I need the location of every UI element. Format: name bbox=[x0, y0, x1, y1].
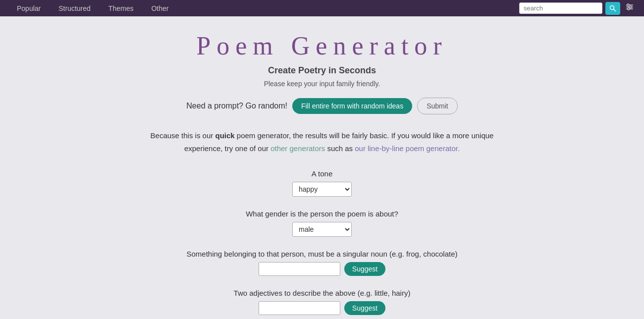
noun-input-row: Suggest bbox=[144, 262, 500, 276]
submit-button[interactable]: Submit bbox=[417, 98, 458, 114]
nav-popular[interactable]: Popular bbox=[8, 0, 50, 16]
other-generators-link[interactable]: other generators bbox=[270, 144, 325, 153]
nav-structured[interactable]: Structured bbox=[50, 0, 100, 16]
search-button[interactable] bbox=[605, 2, 620, 15]
nav-right bbox=[519, 2, 636, 15]
nav-themes[interactable]: Themes bbox=[100, 0, 143, 16]
random-button[interactable]: Fill entire form with random ideas bbox=[292, 98, 412, 114]
svg-point-6 bbox=[630, 6, 632, 8]
search-input[interactable] bbox=[519, 2, 602, 14]
gender-section: What gender is the person the poem is ab… bbox=[144, 210, 500, 237]
gender-label: What gender is the person the poem is ab… bbox=[144, 210, 500, 218]
nav-links: Popular Structured Themes Other bbox=[8, 0, 519, 16]
desc-link-sep: such as bbox=[325, 144, 355, 153]
noun-suggest-button[interactable]: Suggest bbox=[344, 262, 385, 276]
tone-section: A tone happy sad romantic funny dark mys… bbox=[144, 169, 500, 197]
page-subtitle: Create Poetry in Seconds bbox=[144, 65, 500, 76]
svg-point-7 bbox=[628, 8, 630, 10]
adjective1-suggest-button[interactable]: Suggest bbox=[344, 301, 385, 315]
svg-point-5 bbox=[627, 4, 629, 6]
adjective1-row: Suggest bbox=[144, 301, 500, 315]
tone-label: A tone bbox=[144, 169, 500, 178]
navbar: Popular Structured Themes Other bbox=[0, 0, 644, 16]
desc-bold: quick bbox=[215, 131, 234, 140]
prompt-row: Need a prompt? Go random! Fill entire fo… bbox=[144, 98, 500, 114]
noun-input[interactable] bbox=[259, 262, 340, 276]
filter-icon bbox=[625, 2, 634, 11]
tone-select[interactable]: happy sad romantic funny dark mysterious bbox=[292, 182, 352, 197]
filter-button[interactable] bbox=[623, 2, 636, 14]
svg-line-1 bbox=[614, 9, 616, 11]
desc-intro: Because this is our bbox=[151, 131, 215, 140]
adjective1-input[interactable] bbox=[259, 301, 340, 315]
noun-label: Something belonging to that person, must… bbox=[144, 250, 500, 258]
adjectives-label: Two adjectives to describe the above (e.… bbox=[144, 289, 500, 297]
prompt-text: Need a prompt? Go random! bbox=[186, 102, 287, 110]
line-by-line-link[interactable]: our line-by-line poem generator. bbox=[355, 144, 460, 153]
description-text: Because this is our quick poem generator… bbox=[144, 129, 500, 155]
main-content: Poem Generator Create Poetry in Seconds … bbox=[134, 16, 510, 319]
gender-select[interactable]: male female neutral bbox=[292, 222, 352, 237]
nav-other[interactable]: Other bbox=[142, 0, 177, 16]
noun-section: Something belonging to that person, must… bbox=[144, 250, 500, 276]
family-note: Please keep your input family friendly. bbox=[144, 80, 500, 88]
adjectives-section: Two adjectives to describe the above (e.… bbox=[144, 289, 500, 319]
svg-point-0 bbox=[610, 5, 614, 9]
search-icon bbox=[609, 5, 616, 12]
page-title: Poem Generator bbox=[144, 31, 500, 60]
